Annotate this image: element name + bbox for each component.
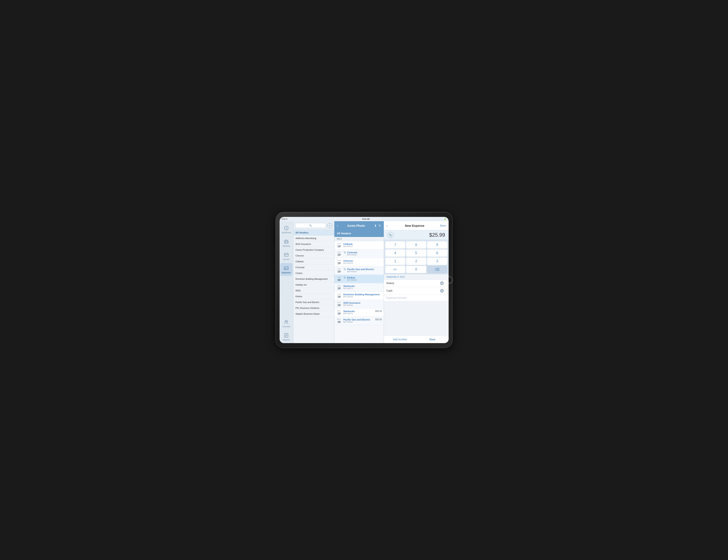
keypad-key-4[interactable]: 4 xyxy=(385,250,405,257)
attach-indicator: 📎 xyxy=(343,277,346,279)
app-container: Dashboard Banking Income xyxy=(280,221,449,343)
transaction-item[interactable]: MAY 19 Pacific Gas and Electric Bill #00… xyxy=(334,317,384,325)
keypad-key-5[interactable]: 5 xyxy=(406,250,426,257)
payment-field[interactable]: Cash ✕ › xyxy=(384,287,449,294)
reports-label: Reports xyxy=(283,339,290,341)
tx-bill: Bill #00054 xyxy=(347,279,382,281)
transaction-item[interactable]: JUN 19 📎 Comcast Bill #00036 xyxy=(334,250,384,258)
vendor-item[interactable]: AGH Insurance xyxy=(293,241,334,247)
payment-clear-button[interactable]: ✕ xyxy=(440,289,444,293)
keypad-key-2[interactable]: 2 xyxy=(406,258,426,265)
vendor-clear-button[interactable]: ✕ xyxy=(440,281,444,285)
keypad-key-x[interactable]: ⌫ xyxy=(427,266,447,273)
tx-bill: Bill #00027 xyxy=(343,245,382,248)
sidebar-nav: Dashboard Banking Income xyxy=(280,221,293,343)
sidebar-item-income[interactable]: Income xyxy=(280,250,293,263)
transaction-item[interactable]: JUN 19 📎 Kinkos Bill #00054 xyxy=(334,275,384,283)
keypad-key-3[interactable]: 3 xyxy=(427,258,447,265)
expense-title: New Expense xyxy=(389,224,440,228)
tx-name: Pacific Gas and Electric xyxy=(347,268,382,271)
tx-info: Kinkos Bill #00054 xyxy=(347,277,382,281)
vendor-item[interactable]: Kinkos xyxy=(293,293,334,299)
tx-info: Pacific Gas and Electric Bill #00062 xyxy=(343,318,374,323)
vendor-item[interactable]: Costco xyxy=(293,270,334,276)
sidebar-item-accounts[interactable]: Accounts xyxy=(280,317,293,330)
share-icon[interactable]: ⬆ xyxy=(374,224,377,228)
tx-date: MAY 19 xyxy=(336,318,342,323)
tx-date: JUN 19 xyxy=(336,251,342,256)
tx-info: Chevron Bill #00018 xyxy=(343,260,382,264)
attach-indicator: 📎 xyxy=(343,251,346,254)
vendor-item[interactable]: Holiday Inn xyxy=(293,282,334,288)
keypad-key-9[interactable]: 9 xyxy=(427,241,447,249)
reports-icon xyxy=(283,332,289,338)
tx-name: Pacific Gas and Electric xyxy=(343,318,374,321)
transaction-panel-header: ‹ Acme Photo ⬆ ✎ xyxy=(334,221,384,230)
attach-icon[interactable]: 📎 xyxy=(387,232,393,238)
keypad-key-7[interactable]: 7 xyxy=(385,241,405,249)
keypad-key-xxx[interactable]: +/- xyxy=(385,266,405,273)
edit-icon[interactable]: ✎ xyxy=(379,224,381,228)
svg-rect-11 xyxy=(285,333,288,337)
all-vendors-bar: All Vendors xyxy=(334,230,384,237)
all-vendors-item[interactable]: All Vendors xyxy=(293,230,334,236)
search-box[interactable]: 🔍 xyxy=(295,223,326,228)
vendor-item[interactable]: Chevron xyxy=(293,253,334,259)
sidebar-item-dashboard[interactable]: Dashboard xyxy=(280,223,293,236)
panel-title: Acme Photo xyxy=(340,224,373,228)
expense-back-button[interactable]: ‹ xyxy=(387,224,388,228)
svg-rect-4 xyxy=(284,253,288,256)
tx-bill: Bill #00036 xyxy=(347,254,382,256)
tx-info: Starbucks Bill #00071 xyxy=(343,310,374,315)
transaction-item[interactable]: JUN 19 Dominion Building Management Bill… xyxy=(334,291,384,300)
tx-name: Dominion Building Management xyxy=(343,293,382,296)
tx-date: JUN 19 xyxy=(336,268,342,273)
keypad-key-1[interactable]: 1 xyxy=(385,258,405,265)
vendor-panel-header: 🔍 + xyxy=(293,221,334,230)
vendor-item[interactable]: Dominion Building Management xyxy=(293,276,334,282)
battery-icon: 🔋 xyxy=(444,218,446,220)
tx-name: AGH Insurance xyxy=(343,301,382,304)
keypad-key-0[interactable]: 0 xyxy=(406,266,426,273)
keypad-key-6[interactable]: 6 xyxy=(427,250,447,257)
vendor-item[interactable]: PKL Business Solutions xyxy=(293,305,334,311)
vendor-item[interactable]: Citibank xyxy=(293,259,334,265)
vendor-item[interactable]: Pacific Gas and Electric xyxy=(293,299,334,305)
banking-icon xyxy=(283,239,289,245)
vendor-item[interactable]: Canon Production Company xyxy=(293,247,334,253)
transaction-panel: ‹ Acme Photo ⬆ ✎ All Vendors 2013 JUN 19… xyxy=(334,221,384,343)
tx-date: JUN 19 xyxy=(336,260,342,265)
vendor-item[interactable]: IKEA xyxy=(293,288,334,293)
expenses-icon xyxy=(283,265,289,271)
tx-info: Starbucks Bill #00072 xyxy=(343,285,382,289)
sidebar-item-expenses[interactable]: Expenses xyxy=(280,263,293,276)
transaction-item[interactable]: JUN 19 Chevron Bill #00018 xyxy=(334,258,384,267)
transaction-item[interactable]: JUN 19 📎 Pacific Gas and Electric Bill #… xyxy=(334,267,384,275)
transaction-item[interactable]: JUN 19 AGH Insurance Bill #00009 xyxy=(334,300,384,308)
sidebar-item-banking[interactable]: Banking xyxy=(280,236,293,249)
add-another-button[interactable]: Add Another xyxy=(384,336,416,343)
add-vendor-button[interactable]: + xyxy=(327,223,332,228)
tx-info: Pacific Gas and Electric Bill #00063 xyxy=(347,268,382,273)
sidebar-item-reports[interactable]: Reports xyxy=(280,330,293,343)
vendor-item[interactable]: Staples Business Depot xyxy=(293,311,334,317)
tx-bill: Bill #00071 xyxy=(343,312,374,315)
expense-more-button[interactable]: More xyxy=(440,224,446,227)
keypad-key-8[interactable]: 8 xyxy=(406,241,426,249)
vendor-item[interactable]: Comcast xyxy=(293,265,334,270)
transaction-item[interactable]: JUN 19 Citibank Bill #00027 xyxy=(334,241,384,250)
vendor-item[interactable]: AdWorks Advertising xyxy=(293,236,334,241)
vendor-field[interactable]: Kinkos ✕ › xyxy=(384,280,449,287)
amount-display: 📎 $25.99 xyxy=(384,230,449,240)
back-button[interactable]: ‹ xyxy=(337,224,338,228)
status-bar-right: 🔋 xyxy=(444,218,446,220)
tx-info: Citibank Bill #00027 xyxy=(343,243,382,248)
expense-account-placeholder: Expense Account xyxy=(387,296,445,299)
tx-bill: Bill #00018 xyxy=(343,262,382,264)
expense-account-field[interactable]: Expense Account › xyxy=(384,294,449,301)
transaction-item[interactable]: MAY 19 Starbucks Bill #00071 $26.25 xyxy=(334,308,384,317)
transaction-item[interactable]: JUN 19 Starbucks Bill #00072 xyxy=(334,283,384,291)
save-button[interactable]: Save xyxy=(416,336,449,343)
tx-bill: Bill #00063 xyxy=(347,271,382,273)
tx-info: Comcast Bill #00036 xyxy=(347,251,382,256)
